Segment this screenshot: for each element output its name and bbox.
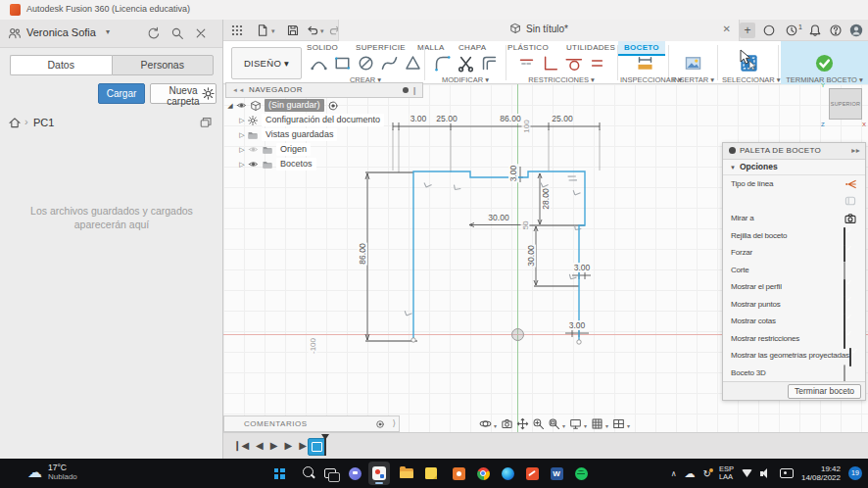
linetype-disabled-icon[interactable]	[844, 194, 857, 208]
root-label[interactable]: (Sin guardar)	[265, 99, 324, 112]
onedrive-icon[interactable]: ☁	[685, 467, 696, 480]
browser-item-bocetos[interactable]: ▷Bocetos	[225, 157, 423, 171]
step-back-button[interactable]: ◀	[256, 439, 264, 453]
tangent-icon[interactable]	[564, 54, 583, 73]
viewports-icon[interactable]	[612, 417, 625, 430]
taskbar-app-fusion[interactable]	[521, 462, 543, 485]
notifications-icon[interactable]	[808, 24, 822, 37]
lookat-icon[interactable]	[844, 212, 857, 225]
chevron-down-icon[interactable]: ▾	[584, 422, 587, 429]
item-label[interactable]: Origen	[276, 143, 311, 156]
timeline-position-marker[interactable]	[321, 434, 329, 440]
comments-grip[interactable]: ⟩	[392, 418, 396, 428]
taskbar-app-edge[interactable]	[497, 462, 518, 485]
measure-icon[interactable]	[636, 54, 654, 73]
dimension-label[interactable]: 3.00	[508, 165, 518, 183]
browser-item-vistas-guardadas[interactable]: ▷Vistas guardadas	[225, 127, 423, 142]
sync-icon[interactable]: ↻	[703, 468, 711, 479]
weather-widget[interactable]: ☁ 17°C Nublado	[27, 463, 77, 481]
equal-icon[interactable]	[588, 54, 606, 73]
chevron-down-icon[interactable]: ▾	[562, 422, 565, 429]
taskbar-app-chrome[interactable]	[472, 462, 494, 485]
expand-icon[interactable]: ▷	[237, 131, 247, 139]
clock[interactable]: 19:42 14/08/2022	[801, 464, 841, 482]
close-document-icon[interactable]: ✕	[723, 24, 731, 34]
fillet-icon[interactable]	[433, 54, 452, 73]
collapse-icon[interactable]: ◄◄	[232, 87, 245, 93]
ribbon-group-label[interactable]: INSPECCIONAR ▾	[620, 75, 669, 84]
close-panel-icon[interactable]	[194, 26, 208, 40]
dimension-label[interactable]: 30.00	[526, 244, 536, 267]
chevron-down-icon[interactable]: ▾	[494, 422, 497, 429]
expand-icon[interactable]: ▷	[237, 117, 247, 124]
refresh-icon[interactable]	[147, 26, 161, 40]
cast-icon[interactable]	[780, 468, 794, 478]
ribbon-tab-malla[interactable]: MALLA	[417, 43, 445, 52]
step-forward-button[interactable]: ▶	[284, 439, 292, 453]
play-button[interactable]: ▶	[270, 439, 278, 453]
browser-item-origen[interactable]: ▷Origen	[225, 142, 423, 157]
expand-icon[interactable]: ▷	[237, 146, 247, 154]
chevron-down-icon[interactable]: ▾	[106, 27, 110, 36]
versions-icon[interactable]	[199, 116, 213, 129]
checkbox[interactable]	[844, 330, 845, 349]
taskbar-app-chat[interactable]	[344, 462, 365, 485]
orbit-icon[interactable]	[479, 417, 492, 430]
ribbon-tab-superficie[interactable]: SUPERFICIE	[356, 43, 406, 52]
expand-icon[interactable]: ▷	[237, 161, 247, 169]
volume-icon[interactable]	[760, 468, 772, 478]
ribbon-tab-solido[interactable]: SOLIDO	[307, 43, 338, 52]
breadcrumb-item-pc1[interactable]: PC1	[33, 117, 54, 128]
undo-icon[interactable]	[306, 24, 319, 37]
dimension-label[interactable]: 25.00	[435, 114, 458, 123]
chevron-down-icon[interactable]: ▾	[605, 422, 608, 429]
dimension-label[interactable]: 3.00	[568, 320, 587, 330]
zoom-icon[interactable]	[532, 417, 545, 430]
browser-options-icon[interactable]	[403, 87, 409, 93]
circle-icon[interactable]	[357, 54, 375, 73]
ribbon-group-label[interactable]: RESTRICCIONES ▾	[509, 75, 613, 84]
grid-snaps-icon[interactable]	[591, 417, 603, 430]
taskbar-app-task-view[interactable]	[319, 462, 341, 485]
origin-point[interactable]	[511, 328, 524, 341]
gear-icon[interactable]	[201, 86, 216, 101]
comments-options-icon[interactable]	[375, 419, 385, 429]
item-label[interactable]: Bocetos	[276, 158, 316, 171]
sketch-palette-header[interactable]: PALETA DE BOCETO ▸▸	[723, 143, 865, 160]
finish-icon[interactable]	[815, 54, 834, 73]
perpendicular-icon[interactable]	[541, 54, 559, 73]
options-section-header[interactable]: ▼Opciones	[723, 160, 865, 175]
taskbar-app-capture[interactable]	[368, 462, 390, 485]
eye-icon[interactable]	[235, 100, 248, 111]
help-icon[interactable]	[829, 24, 843, 37]
checkbox[interactable]	[844, 245, 845, 264]
eye-icon[interactable]	[247, 144, 260, 155]
tab-datos[interactable]: Datos	[10, 55, 112, 75]
ribbon-tab-plástico[interactable]: PLÁSTICO	[507, 43, 549, 52]
rectangle-icon[interactable]	[333, 54, 352, 73]
home-icon[interactable]	[8, 116, 22, 129]
app-grid-icon[interactable]	[230, 24, 244, 37]
taskbar-app-explorer[interactable]	[396, 462, 417, 485]
job-status-icon[interactable]	[785, 24, 798, 37]
item-label[interactable]: Configuración del documento	[262, 114, 384, 126]
extensions-icon[interactable]	[762, 24, 776, 37]
browser-header[interactable]: ◄◄NAVEGADOR ❙	[225, 82, 423, 98]
checkbox[interactable]	[849, 348, 851, 366]
chevron-down-icon[interactable]: ▾	[627, 422, 630, 429]
expand-icon[interactable]: ◢	[225, 102, 235, 110]
dimension-label[interactable]: 3.00	[573, 263, 592, 272]
polygon-icon[interactable]	[404, 54, 422, 73]
document-tab[interactable]: Sin título* ✕	[338, 20, 740, 41]
language-indicator[interactable]: ESPLAA	[719, 465, 734, 481]
expand-icon[interactable]: ▸▸	[851, 143, 860, 159]
taskbar-app-photos[interactable]	[448, 462, 469, 485]
linetype-icon[interactable]	[844, 177, 857, 191]
new-document-icon[interactable]: +	[740, 23, 755, 38]
tab-personas[interactable]: Personas	[112, 55, 215, 75]
ribbon-group-label[interactable]: MODIFICAR ▾	[427, 75, 504, 84]
browser-item-configuración-del-documento[interactable]: ▷Configuración del documento	[225, 113, 423, 127]
ribbon-group-label[interactable]: SELECCIONAR ▾	[722, 75, 775, 84]
dimension-label[interactable]: 86.00	[499, 114, 521, 123]
file-menu-icon[interactable]	[256, 24, 269, 37]
